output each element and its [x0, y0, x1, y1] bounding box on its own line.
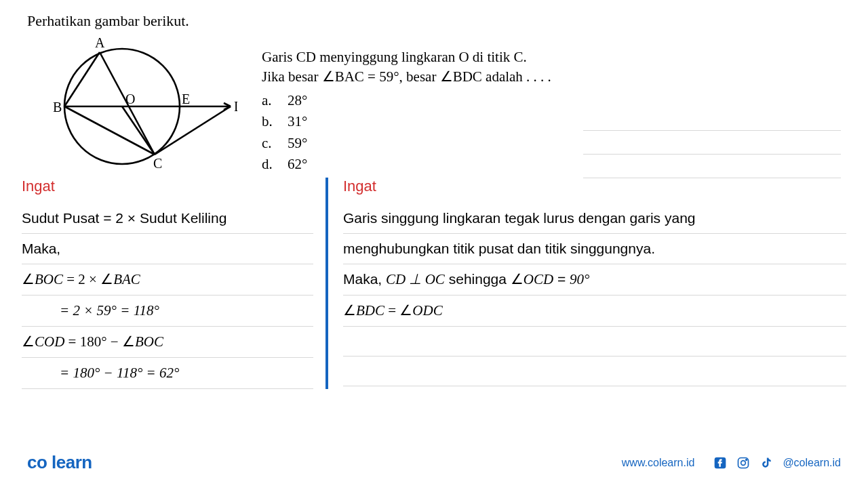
label-E: E — [182, 92, 190, 106]
solution-area: Ingat Sudut Pusat = 2 × Sudut Keliling M… — [0, 178, 868, 389]
svg-line-6 — [122, 106, 155, 155]
social-handle: @colearn.id — [783, 457, 841, 469]
circle-diagram: A B C D E O — [27, 35, 237, 171]
social-bar: www.colearn.id @colearn.id — [622, 456, 841, 470]
option-a: a.28° — [262, 90, 551, 111]
option-d: d.62° — [262, 154, 551, 175]
footer: co learn www.colearn.id @colearn.id — [27, 452, 841, 473]
right-l3: Maka, CD ⊥ OC sehingga ∠OCD = 90° — [343, 264, 846, 296]
right-l2: menghubungkan titik pusat dan titik sing… — [343, 234, 846, 264]
left-l1: Sudut Pusat = 2 × Sudut Keliling — [22, 203, 313, 234]
tiktok-icon — [760, 456, 773, 470]
q-line1: Garis CD menyinggung lingkaran O di titi… — [262, 47, 551, 67]
blank-answer-lines — [583, 107, 841, 178]
question-text: Garis CD menyinggung lingkaran O di titi… — [262, 35, 551, 175]
website-url: www.colearn.id — [622, 457, 695, 469]
svg-line-2 — [64, 52, 100, 106]
left-l6-handwritten: = 180° − 118° = 62° — [22, 358, 313, 389]
right-l5-blank — [343, 327, 846, 357]
option-b: b.31° — [262, 111, 551, 132]
left-l5: ∠COD = 180° − ∠BOC — [22, 327, 313, 358]
right-l4: ∠BDC = ∠ODC — [343, 296, 846, 327]
svg-line-5 — [155, 106, 231, 155]
svg-point-9 — [741, 460, 746, 465]
facebook-icon — [713, 456, 727, 470]
options: a.28° b.31° c.59° d.62° — [262, 90, 551, 176]
label-A: A — [95, 35, 105, 50]
left-l3: ∠BOC = 2 × ∠BAC — [22, 264, 313, 296]
label-B: B — [53, 100, 62, 115]
hint-heading-right: Ingat — [343, 178, 846, 195]
right-l6-blank — [343, 357, 846, 386]
q-line2: Jika besar ∠BAC = 59°, besar ∠BDC adalah… — [262, 67, 551, 87]
hint-heading-left: Ingat — [22, 178, 313, 195]
label-C: C — [153, 156, 162, 171]
option-c: c.59° — [262, 133, 551, 154]
instagram-icon — [736, 456, 750, 470]
left-l4-handwritten: = 2 × 59° = 118° — [22, 296, 313, 327]
svg-point-10 — [746, 459, 747, 460]
instruction: Perhatikan gambar berikut. — [0, 0, 868, 35]
right-l1: Garis singgung lingkaran tegak lurus den… — [343, 203, 846, 234]
left-l2: Maka, — [22, 234, 313, 264]
label-O: O — [125, 92, 135, 106]
solution-right: Ingat Garis singgung lingkaran tegak lur… — [326, 178, 846, 389]
solution-left: Ingat Sudut Pusat = 2 × Sudut Keliling M… — [22, 178, 326, 389]
label-D: D — [234, 99, 237, 114]
brand-logo: co learn — [27, 452, 92, 473]
